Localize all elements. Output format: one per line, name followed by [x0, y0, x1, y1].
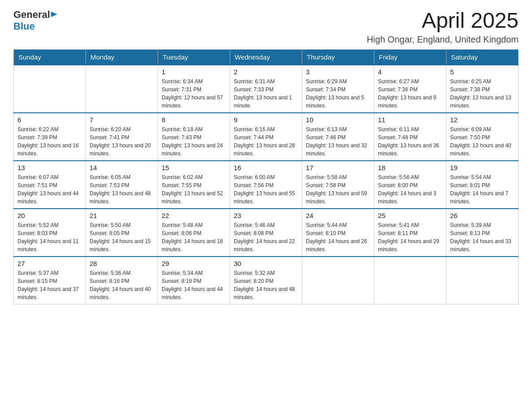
day-info: Sunrise: 6:31 AMSunset: 7:33 PMDaylight:… — [234, 77, 298, 110]
day-number: 13 — [17, 164, 82, 171]
day-number: 8 — [162, 116, 226, 124]
day-number: 30 — [234, 260, 298, 267]
calendar-cell: 3Sunrise: 6:29 AMSunset: 7:34 PMDaylight… — [302, 65, 374, 113]
calendar-cell: 12Sunrise: 6:09 AMSunset: 7:50 PMDayligh… — [446, 113, 519, 161]
day-header-tuesday: Tuesday — [158, 49, 230, 65]
day-info: Sunrise: 6:07 AMSunset: 7:51 PMDaylight:… — [17, 173, 82, 206]
calendar-cell — [14, 65, 86, 113]
calendar-cell — [302, 257, 374, 304]
day-info: Sunrise: 5:54 AMSunset: 8:01 PMDaylight:… — [450, 173, 515, 206]
day-header-friday: Friday — [374, 49, 446, 65]
calendar-cell: 8Sunrise: 6:18 AMSunset: 7:43 PMDaylight… — [158, 113, 230, 161]
week-row-1: 1Sunrise: 6:34 AMSunset: 7:31 PMDaylight… — [14, 65, 519, 113]
day-info: Sunrise: 6:25 AMSunset: 7:38 PMDaylight:… — [450, 77, 515, 110]
day-info: Sunrise: 5:36 AMSunset: 8:16 PMDaylight:… — [90, 269, 154, 301]
day-info: Sunrise: 5:39 AMSunset: 8:13 PMDaylight:… — [450, 221, 515, 253]
day-number: 14 — [90, 164, 154, 171]
calendar-cell: 1Sunrise: 6:34 AMSunset: 7:31 PMDaylight… — [158, 65, 230, 113]
calendar-cell: 22Sunrise: 5:48 AMSunset: 8:06 PMDayligh… — [158, 209, 230, 257]
day-number: 22 — [162, 212, 226, 219]
calendar-cell: 20Sunrise: 5:52 AMSunset: 8:03 PMDayligh… — [14, 209, 86, 257]
calendar-cell: 4Sunrise: 6:27 AMSunset: 7:36 PMDaylight… — [374, 65, 446, 113]
day-number: 27 — [17, 260, 82, 267]
calendar-cell: 6Sunrise: 6:22 AMSunset: 7:39 PMDaylight… — [14, 113, 86, 161]
day-info: Sunrise: 6:13 AMSunset: 7:46 PMDaylight:… — [306, 125, 370, 158]
day-info: Sunrise: 5:44 AMSunset: 8:10 PMDaylight:… — [306, 221, 370, 253]
day-info: Sunrise: 5:41 AMSunset: 8:11 PMDaylight:… — [378, 221, 442, 253]
calendar-cell: 30Sunrise: 5:32 AMSunset: 8:20 PMDayligh… — [230, 257, 302, 304]
calendar-cell: 17Sunrise: 5:58 AMSunset: 7:58 PMDayligh… — [302, 161, 374, 209]
calendar-cell: 28Sunrise: 5:36 AMSunset: 8:16 PMDayligh… — [86, 257, 158, 304]
day-number: 26 — [450, 212, 515, 219]
page-header: General Blue April 2025 High Ongar, Engl… — [13, 9, 519, 45]
day-info: Sunrise: 5:58 AMSunset: 7:58 PMDaylight:… — [306, 173, 370, 206]
day-number: 16 — [234, 164, 298, 171]
calendar-cell: 18Sunrise: 5:56 AMSunset: 8:00 PMDayligh… — [374, 161, 446, 209]
day-number: 11 — [378, 116, 442, 124]
calendar-cell: 5Sunrise: 6:25 AMSunset: 7:38 PMDaylight… — [446, 65, 519, 113]
calendar-header-row: SundayMondayTuesdayWednesdayThursdayFrid… — [14, 49, 519, 65]
day-info: Sunrise: 5:34 AMSunset: 8:18 PMDaylight:… — [162, 269, 226, 301]
logo-general: General — [13, 9, 50, 21]
title-section: April 2025 High Ongar, England, United K… — [367, 9, 519, 45]
day-info: Sunrise: 6:18 AMSunset: 7:43 PMDaylight:… — [162, 125, 226, 158]
day-header-wednesday: Wednesday — [230, 49, 302, 65]
week-row-2: 6Sunrise: 6:22 AMSunset: 7:39 PMDaylight… — [14, 113, 519, 161]
logo-blue: Blue — [13, 21, 35, 32]
day-number: 15 — [162, 164, 226, 171]
day-info: Sunrise: 6:09 AMSunset: 7:50 PMDaylight:… — [450, 125, 515, 158]
calendar-cell: 27Sunrise: 5:37 AMSunset: 8:15 PMDayligh… — [14, 257, 86, 304]
day-info: Sunrise: 6:27 AMSunset: 7:36 PMDaylight:… — [378, 77, 442, 110]
week-row-4: 20Sunrise: 5:52 AMSunset: 8:03 PMDayligh… — [14, 209, 519, 257]
calendar-cell: 13Sunrise: 6:07 AMSunset: 7:51 PMDayligh… — [14, 161, 86, 209]
day-number: 4 — [378, 68, 442, 76]
calendar-cell: 15Sunrise: 6:02 AMSunset: 7:55 PMDayligh… — [158, 161, 230, 209]
calendar-cell: 14Sunrise: 6:05 AMSunset: 7:53 PMDayligh… — [86, 161, 158, 209]
logo: General Blue — [13, 9, 57, 32]
day-info: Sunrise: 6:20 AMSunset: 7:41 PMDaylight:… — [90, 125, 154, 158]
day-number: 3 — [306, 68, 370, 76]
calendar-cell: 2Sunrise: 6:31 AMSunset: 7:33 PMDaylight… — [230, 65, 302, 113]
day-number: 20 — [17, 212, 82, 219]
svg-marker-0 — [51, 12, 57, 17]
day-info: Sunrise: 5:32 AMSunset: 8:20 PMDaylight:… — [234, 269, 298, 301]
day-info: Sunrise: 6:00 AMSunset: 7:56 PMDaylight:… — [234, 173, 298, 206]
location: High Ongar, England, United Kingdom — [367, 34, 519, 45]
calendar-table: SundayMondayTuesdayWednesdayThursdayFrid… — [13, 49, 519, 304]
day-number: 9 — [234, 116, 298, 124]
day-header-monday: Monday — [86, 49, 158, 65]
day-number: 28 — [90, 260, 154, 267]
calendar-cell: 26Sunrise: 5:39 AMSunset: 8:13 PMDayligh… — [446, 209, 519, 257]
calendar-cell: 29Sunrise: 5:34 AMSunset: 8:18 PMDayligh… — [158, 257, 230, 304]
day-number: 2 — [234, 68, 298, 76]
calendar-cell — [374, 257, 446, 304]
calendar-cell: 7Sunrise: 6:20 AMSunset: 7:41 PMDaylight… — [86, 113, 158, 161]
calendar-cell: 9Sunrise: 6:16 AMSunset: 7:44 PMDaylight… — [230, 113, 302, 161]
day-number: 24 — [306, 212, 370, 219]
day-number: 23 — [234, 212, 298, 219]
day-number: 5 — [450, 68, 515, 76]
day-info: Sunrise: 5:52 AMSunset: 8:03 PMDaylight:… — [17, 221, 82, 253]
calendar-cell — [86, 65, 158, 113]
day-number: 29 — [162, 260, 226, 267]
calendar-cell: 24Sunrise: 5:44 AMSunset: 8:10 PMDayligh… — [302, 209, 374, 257]
day-number: 25 — [378, 212, 442, 219]
day-number: 12 — [450, 116, 515, 124]
calendar-cell: 10Sunrise: 6:13 AMSunset: 7:46 PMDayligh… — [302, 113, 374, 161]
day-info: Sunrise: 5:50 AMSunset: 8:05 PMDaylight:… — [90, 221, 154, 253]
week-row-5: 27Sunrise: 5:37 AMSunset: 8:15 PMDayligh… — [14, 257, 519, 304]
day-number: 18 — [378, 164, 442, 171]
calendar-cell — [446, 257, 519, 304]
day-number: 10 — [306, 116, 370, 124]
day-number: 7 — [90, 116, 154, 124]
calendar-cell: 19Sunrise: 5:54 AMSunset: 8:01 PMDayligh… — [446, 161, 519, 209]
day-info: Sunrise: 6:22 AMSunset: 7:39 PMDaylight:… — [17, 125, 82, 158]
logo-triangle — [51, 11, 57, 20]
day-info: Sunrise: 5:37 AMSunset: 8:15 PMDaylight:… — [17, 269, 82, 301]
day-number: 1 — [162, 68, 226, 76]
day-number: 19 — [450, 164, 515, 171]
week-row-3: 13Sunrise: 6:07 AMSunset: 7:51 PMDayligh… — [14, 161, 519, 209]
day-number: 6 — [17, 116, 82, 124]
calendar-cell: 21Sunrise: 5:50 AMSunset: 8:05 PMDayligh… — [86, 209, 158, 257]
day-info: Sunrise: 5:48 AMSunset: 8:06 PMDaylight:… — [162, 221, 226, 253]
